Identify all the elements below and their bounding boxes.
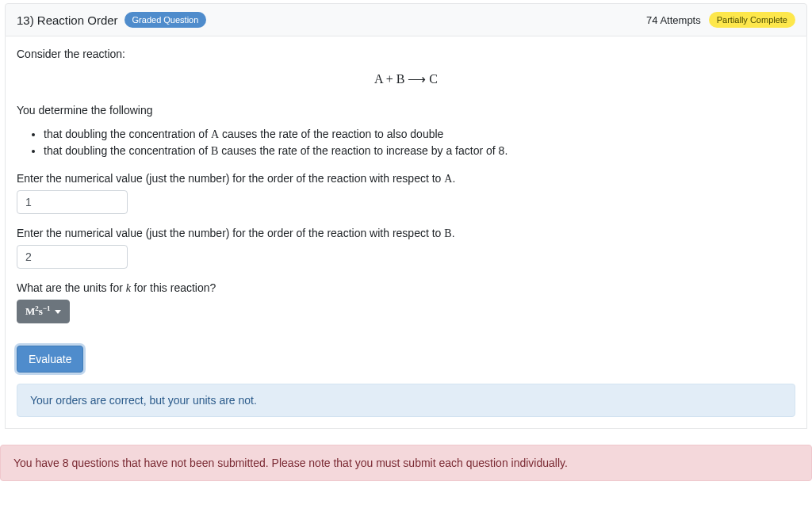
question-body: Consider the reaction: A + B ⟶ C You det… bbox=[5, 36, 807, 429]
evaluate-button[interactable]: Evaluate bbox=[17, 346, 83, 373]
intro-text: Consider the reaction: bbox=[17, 48, 795, 60]
attempts-count: 74 Attempts bbox=[646, 14, 701, 26]
observation-list: that doubling the concentration of A cau… bbox=[17, 128, 795, 158]
unsubmitted-alert: You have 8 questions that have not been … bbox=[0, 445, 812, 481]
prompt-text: . bbox=[452, 172, 455, 185]
bullet-var: A bbox=[211, 128, 219, 140]
prompt-units-k: What are the units for k for this reacti… bbox=[17, 281, 795, 295]
list-item: that doubling the concentration of B cau… bbox=[44, 144, 795, 158]
determine-line: You determine the following bbox=[17, 104, 795, 117]
units-dropdown[interactable]: M2s−1 bbox=[17, 300, 70, 323]
order-a-input[interactable] bbox=[17, 190, 128, 214]
feedback-alert: Your orders are correct, but your units … bbox=[17, 384, 795, 417]
prompt-var: A bbox=[444, 173, 452, 185]
prompt-text: Enter the numerical value (just the numb… bbox=[17, 227, 444, 239]
prompt-text: . bbox=[452, 227, 455, 239]
question-header: 13) Reaction Order Graded Question 74 At… bbox=[5, 3, 807, 36]
prompt-order-a: Enter the numerical value (just the numb… bbox=[17, 172, 795, 185]
reaction-equation: A + B ⟶ C bbox=[17, 71, 795, 86]
bullet-pre: that doubling the concentration of bbox=[44, 128, 211, 140]
bullet-post: causes the rate of the reaction to also … bbox=[219, 128, 443, 140]
prompt-text: for this reaction? bbox=[131, 281, 216, 294]
prompt-order-b: Enter the numerical value (just the numb… bbox=[17, 227, 795, 240]
prompt-text: Enter the numerical value (just the numb… bbox=[17, 172, 444, 185]
order-b-input[interactable] bbox=[17, 245, 128, 269]
dropdown-selected-label: M2s−1 bbox=[25, 305, 50, 318]
list-item: that doubling the concentration of A cau… bbox=[44, 128, 795, 141]
question-title: 13) Reaction Order bbox=[17, 13, 118, 27]
status-badge: Partially Complete bbox=[709, 12, 795, 28]
prompt-text: What are the units for bbox=[17, 281, 126, 294]
bullet-var: B bbox=[211, 145, 218, 157]
bullet-pre: that doubling the concentration of bbox=[44, 144, 211, 157]
chevron-down-icon bbox=[55, 310, 61, 314]
bullet-post: causes the rate of the reaction to incre… bbox=[218, 144, 508, 157]
graded-badge: Graded Question bbox=[124, 12, 207, 28]
prompt-var: B bbox=[444, 227, 451, 239]
